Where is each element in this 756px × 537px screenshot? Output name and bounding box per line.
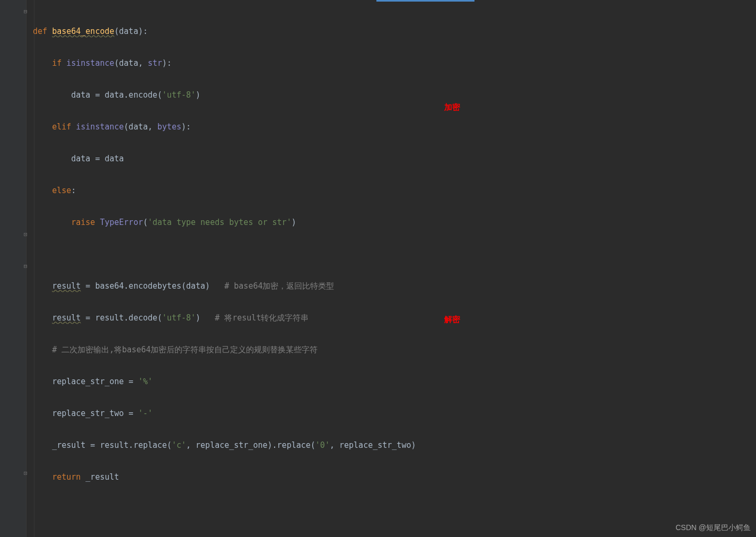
code-line[interactable]: raise TypeError('data type needs bytes o…: [33, 214, 416, 230]
fold-collapse-icon[interactable]: ⊟: [22, 263, 29, 270]
text: = result.decode(: [81, 313, 162, 323]
fold-collapse-icon[interactable]: ⊟: [22, 8, 29, 15]
string: 'c': [172, 440, 186, 450]
code-line[interactable]: data = data.encode('utf-8'): [33, 87, 416, 103]
string: 'utf-8': [162, 90, 196, 100]
comment: # base64加密，返回比特类型: [224, 281, 334, 291]
params: (data):: [115, 27, 148, 36]
code-line[interactable]: def base64_decode(data):: [33, 533, 416, 537]
string: 'data type needs bytes or str': [148, 218, 292, 227]
code-line[interactable]: [33, 501, 416, 517]
text: (data: [124, 122, 148, 132]
code-line[interactable]: # 二次加密输出,将base64加密后的字符串按自己定义的规则替换某些字符: [33, 342, 416, 358]
keyword-else: else: [52, 186, 71, 195]
keyword-elif: elif: [52, 122, 76, 132]
active-tab-indicator: [376, 0, 474, 2]
text: (: [143, 218, 148, 227]
code-line[interactable]: replace_str_one = '%': [33, 374, 416, 389]
code-line[interactable]: else:: [33, 183, 416, 198]
code-line[interactable]: if isinstance(data, str):: [33, 55, 416, 71]
comma: ,: [138, 58, 148, 68]
code-line[interactable]: return _result: [33, 469, 416, 485]
text: replace_str_two =: [52, 409, 138, 418]
code-line[interactable]: _result = result.replace('c', replace_st…: [33, 437, 416, 453]
text: (data: [115, 58, 138, 68]
text: ):: [181, 122, 191, 132]
watermark: CSDN @短尾巴小鳄鱼: [675, 523, 751, 533]
var: _result: [85, 472, 119, 482]
text: ):: [162, 58, 172, 68]
comma: ,: [148, 122, 157, 132]
code-line[interactable]: replace_str_two = '-': [33, 405, 416, 421]
text: ): [196, 90, 200, 100]
text: ): [196, 313, 215, 323]
code-line[interactable]: def base64_encode(data):: [33, 23, 416, 39]
builtin: TypeError: [100, 218, 143, 227]
string: '%': [138, 377, 153, 386]
text: , replace_str_two): [330, 440, 416, 450]
code-content[interactable]: def base64_encode(data): if isinstance(d…: [33, 7, 416, 537]
fold-end-icon[interactable]: ⊡: [22, 470, 29, 477]
text: data = data.encode(: [71, 90, 162, 100]
builtin: isinstance: [66, 58, 114, 68]
code-line[interactable]: result = base64.encodebytes(data) # base…: [33, 278, 416, 294]
function-name: base64_encode: [52, 27, 114, 36]
comment: # 将result转化成字符串: [215, 313, 309, 323]
text: replace_str_one =: [52, 377, 138, 386]
code-line[interactable]: elif isinstance(data, bytes):: [33, 119, 416, 135]
fold-end-icon[interactable]: ⊡: [22, 231, 29, 238]
var: result: [52, 313, 81, 323]
code-line[interactable]: [33, 246, 416, 262]
code-line[interactable]: data = data: [33, 151, 416, 167]
string: 'utf-8': [162, 313, 196, 323]
text: ): [292, 218, 296, 227]
keyword-def: def: [33, 27, 52, 36]
string: '0': [315, 440, 330, 450]
builtin: str: [148, 58, 162, 68]
builtin: isinstance: [76, 122, 124, 132]
keyword-raise: raise: [71, 218, 100, 227]
string: '-': [138, 409, 153, 418]
text: , replace_str_one).replace(: [186, 440, 315, 450]
var: result: [52, 281, 81, 291]
code-editor[interactable]: ⊟ ⊡ ⊟ ⊡ def base64_encode(data): if isin…: [0, 0, 756, 537]
annotation-decrypt: 解密: [444, 315, 460, 325]
text: :: [71, 186, 76, 195]
text: data = data: [71, 154, 124, 163]
annotation-encrypt: 加密: [444, 102, 460, 112]
comment: # 二次加密输出,将base64加密后的字符串按自己定义的规则替换某些字符: [52, 345, 318, 354]
text: _result = result.replace(: [52, 440, 172, 450]
editor-gutter: ⊟ ⊡ ⊟ ⊡: [0, 0, 27, 537]
keyword-return: return: [52, 472, 85, 482]
builtin: bytes: [157, 122, 181, 132]
keyword-if: if: [52, 58, 66, 68]
code-line[interactable]: result = result.decode('utf-8') # 将resul…: [33, 310, 416, 326]
text: = base64.encodebytes(data): [81, 281, 224, 291]
